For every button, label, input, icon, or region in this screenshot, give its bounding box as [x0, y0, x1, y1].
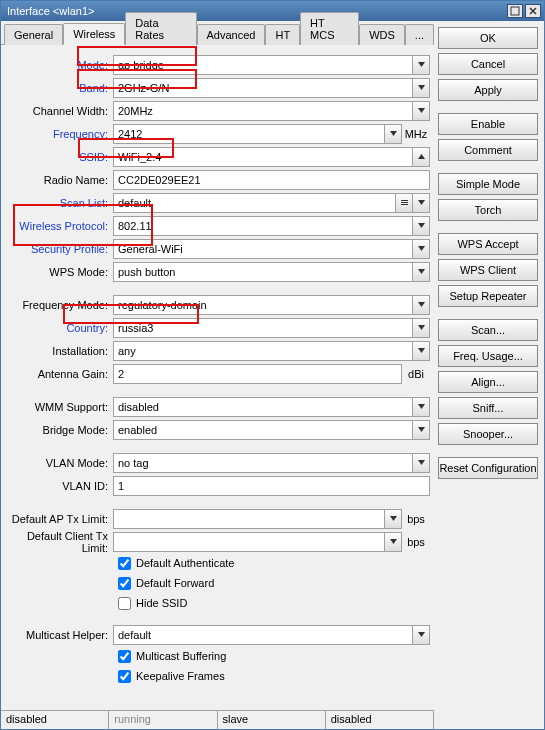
radname-input[interactable] — [113, 170, 430, 190]
defaptx-expand-icon[interactable] — [385, 509, 402, 529]
tab-htmcs[interactable]: HT MCS — [300, 12, 359, 45]
label-mhelper: Multicast Helper: — [5, 629, 113, 641]
scan-button[interactable]: Scan... — [438, 319, 538, 341]
cancel-button[interactable]: Cancel — [438, 53, 538, 75]
align-button[interactable]: Align... — [438, 371, 538, 393]
apply-button[interactable]: Apply — [438, 79, 538, 101]
chwidth-dropdown-icon[interactable] — [413, 101, 430, 121]
expand-icon[interactable] — [507, 4, 523, 18]
country-input[interactable] — [113, 318, 413, 338]
secprof-input[interactable] — [113, 239, 413, 259]
wpsmode-input[interactable] — [113, 262, 413, 282]
label-radname: Radio Name: — [5, 174, 113, 186]
label-freqmode: Frequency Mode: — [5, 299, 113, 311]
secprof-dropdown-icon[interactable] — [413, 239, 430, 259]
sniff-button[interactable]: Sniff... — [438, 397, 538, 419]
snooper-button[interactable]: Snooper... — [438, 423, 538, 445]
defaptx-input[interactable] — [113, 509, 385, 529]
wpsclient-button[interactable]: WPS Client — [438, 259, 538, 281]
label-vlanmode: VLAN Mode: — [5, 457, 113, 469]
status-disabled2: disabled — [326, 711, 434, 729]
freq-dropdown-icon[interactable] — [385, 124, 402, 144]
enable-button[interactable]: Enable — [438, 113, 538, 135]
ok-button[interactable]: OK — [438, 27, 538, 49]
label-freq: Frequency: — [5, 128, 113, 140]
resetconfig-button[interactable]: Reset Configuration — [438, 457, 538, 479]
label-secprof: Security Profile: — [5, 243, 113, 255]
keepalive-label: Keepalive Frames — [136, 670, 225, 682]
vlanmode-input[interactable] — [113, 453, 413, 473]
tab-general[interactable]: General — [4, 24, 63, 45]
close-icon[interactable] — [525, 4, 541, 18]
defauth-label: Default Authenticate — [136, 557, 234, 569]
mhelper-input[interactable] — [113, 625, 413, 645]
wproto-dropdown-icon[interactable] — [413, 216, 430, 236]
freqmode-input[interactable] — [113, 295, 413, 315]
wmm-dropdown-icon[interactable] — [413, 397, 430, 417]
deffwd-checkbox[interactable] — [118, 577, 131, 590]
tab-wireless[interactable]: Wireless — [63, 23, 125, 45]
bridgemode-input[interactable] — [113, 420, 413, 440]
simplemode-button[interactable]: Simple Mode — [438, 173, 538, 195]
freq-input[interactable] — [113, 124, 385, 144]
ssid-collapse-icon[interactable] — [413, 147, 430, 167]
status-running: running — [109, 711, 217, 729]
install-input[interactable] — [113, 341, 413, 361]
comment-button[interactable]: Comment — [438, 139, 538, 161]
defcltx-expand-icon[interactable] — [385, 532, 402, 552]
mode-input[interactable] — [113, 55, 413, 75]
deffwd-label: Default Forward — [136, 577, 214, 589]
defauth-checkbox[interactable] — [118, 557, 131, 570]
frequsage-button[interactable]: Freq. Usage... — [438, 345, 538, 367]
tab-datarates[interactable]: Data Rates — [125, 12, 196, 45]
tab-advanced[interactable]: Advanced — [197, 24, 266, 45]
band-input[interactable] — [113, 78, 413, 98]
window-title: Interface <wlan1> — [4, 5, 505, 17]
scanlist-input[interactable] — [113, 193, 396, 213]
hidessid-label: Hide SSID — [136, 597, 187, 609]
label-defaptx: Default AP Tx Limit: — [5, 513, 113, 525]
defcltx-input[interactable] — [113, 532, 385, 552]
label-chwidth: Channel Width: — [5, 105, 113, 117]
label-antgain: Antenna Gain: — [5, 368, 113, 380]
unit-mhz: MHz — [402, 128, 430, 140]
tab-more[interactable]: ... — [405, 24, 434, 45]
label-mode: Mode: — [5, 59, 113, 71]
wpsaccept-button[interactable]: WPS Accept — [438, 233, 538, 255]
setuprepeater-button[interactable]: Setup Repeater — [438, 285, 538, 307]
antgain-input[interactable] — [113, 364, 402, 384]
freqmode-dropdown-icon[interactable] — [413, 295, 430, 315]
wmm-input[interactable] — [113, 397, 413, 417]
ssid-input[interactable] — [113, 147, 413, 167]
mode-dropdown-icon[interactable] — [413, 55, 430, 75]
vlanid-input[interactable] — [113, 476, 430, 496]
tab-ht[interactable]: HT — [265, 24, 300, 45]
button-column: OK Cancel Apply Enable Comment Simple Mo… — [434, 21, 544, 729]
keepalive-checkbox[interactable] — [118, 670, 131, 683]
interface-dialog: Interface <wlan1> General Wireless Data … — [0, 0, 545, 730]
status-disabled: disabled — [1, 711, 109, 729]
vlanmode-dropdown-icon[interactable] — [413, 453, 430, 473]
band-dropdown-icon[interactable] — [413, 78, 430, 98]
install-dropdown-icon[interactable] — [413, 341, 430, 361]
wpsmode-dropdown-icon[interactable] — [413, 262, 430, 282]
scanlist-expand-icon[interactable] — [413, 193, 430, 213]
wproto-input[interactable] — [113, 216, 413, 236]
label-bridgemode: Bridge Mode: — [5, 424, 113, 436]
label-ssid: SSID: — [5, 151, 113, 163]
mhelper-dropdown-icon[interactable] — [413, 625, 430, 645]
tab-wds[interactable]: WDS — [359, 24, 405, 45]
bridgemode-dropdown-icon[interactable] — [413, 420, 430, 440]
form-area: Mode: Band: Channel Width: Frequency:MHz… — [1, 45, 434, 710]
hidessid-checkbox[interactable] — [118, 597, 131, 610]
label-vlanid: VLAN ID: — [5, 480, 113, 492]
scanlist-dropdown-icon[interactable] — [396, 193, 413, 213]
label-wmm: WMM Support: — [5, 401, 113, 413]
label-country: Country: — [5, 322, 113, 334]
torch-button[interactable]: Torch — [438, 199, 538, 221]
mbuf-checkbox[interactable] — [118, 650, 131, 663]
mbuf-label: Multicast Buffering — [136, 650, 226, 662]
chwidth-input[interactable] — [113, 101, 413, 121]
country-dropdown-icon[interactable] — [413, 318, 430, 338]
label-band: Band: — [5, 82, 113, 94]
